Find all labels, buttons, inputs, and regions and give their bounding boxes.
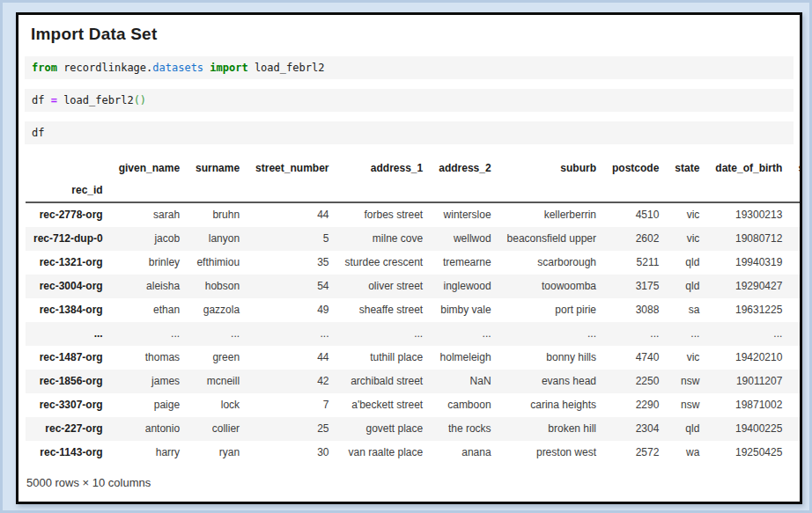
code-cell-load[interactable]: df = load_febrl2() (25, 89, 794, 112)
column-header: given_name (111, 154, 188, 181)
table-cell: vic (667, 346, 707, 370)
table-cell: 2304 (604, 417, 667, 441)
table-row: rec-1384-orgethangazzola49sheaffe street… (26, 298, 802, 322)
table-cell: 49 (247, 298, 336, 322)
row-index: rec-1487-org (26, 346, 111, 370)
table-cell: ... (499, 322, 604, 346)
table-cell: port pirie (499, 298, 604, 322)
table-cell: gazzola (188, 298, 247, 322)
table-row: rec-1143-orgharryryan30van raalte placea… (26, 441, 802, 465)
table-cell: antonio (111, 417, 188, 441)
column-header: soc_sec_id (790, 154, 802, 181)
table-cell: ryan (188, 441, 247, 465)
table-row: ................................. (26, 322, 802, 346)
table-cell: 4740 (604, 346, 667, 370)
column-header: surname (188, 154, 247, 181)
table-row: rec-712-dup-0jacoblanyon5milne covewellw… (26, 227, 802, 251)
column-header: address_1 (336, 154, 431, 181)
column-header-row: given_namesurnamestreet_numberaddress_1a… (26, 154, 802, 181)
dataframe-dimensions: 5000 rows × 10 columns (26, 476, 794, 489)
row-index: rec-1143-org (26, 441, 111, 465)
table-cell: aleisha (111, 275, 188, 298)
table-cell: 19011207 (707, 370, 790, 393)
table-cell: efthimiou (188, 251, 247, 275)
index-name-header: rec_id (26, 181, 111, 202)
table-cell: 3973395 (790, 417, 802, 441)
blank-header-cell (336, 181, 431, 202)
table-row: rec-1321-orgbrinleyefthimiou35sturdee cr… (26, 251, 802, 275)
table-cell: 5142242 (790, 393, 802, 417)
table-cell: lanyon (188, 227, 247, 251)
table-cell: 9497788 (790, 227, 802, 251)
row-index: rec-712-dup-0 (26, 227, 111, 251)
table-cell: inglewood (431, 275, 498, 298)
table-cell: 6392122 (790, 441, 802, 465)
table-cell: 9334580 (790, 346, 802, 370)
dataframe-table: given_namesurnamestreet_numberaddress_1a… (26, 154, 802, 465)
table-cell: 3088 (604, 298, 667, 322)
table-cell: harry (111, 441, 188, 465)
column-header: suburb (499, 154, 604, 181)
blank-corner-cell (26, 154, 111, 181)
code-cell-display[interactable]: df (25, 121, 794, 144)
row-index: ... (26, 322, 111, 346)
table-cell: ... (431, 322, 498, 346)
table-row: rec-3307-orgpaigelock7a'beckett streetca… (26, 393, 802, 417)
table-cell: vic (667, 202, 707, 227)
row-index: rec-1384-org (26, 298, 111, 322)
row-index: rec-2778-org (26, 202, 111, 227)
table-cell: 19400225 (707, 417, 790, 441)
table-cell: 4510 (604, 202, 667, 227)
row-index: rec-227-org (26, 417, 111, 441)
code-token-kw: from (32, 62, 57, 74)
desktop-background: Import Data Set from recordlinkage.datas… (0, 0, 812, 513)
code-token-pl: df (32, 94, 51, 106)
code-cell-import[interactable]: from recordlinkage.datasets import load_… (25, 56, 794, 79)
table-row: rec-227-organtoniocollier25govett placet… (26, 417, 802, 441)
table-cell: preston west (499, 441, 604, 465)
blank-header-cell (247, 181, 336, 202)
blank-header-cell (188, 181, 247, 202)
table-cell: qld (667, 251, 707, 275)
table-cell: 25 (247, 417, 336, 441)
table-cell: govett place (336, 417, 431, 441)
table-cell: 5967384 (790, 275, 802, 298)
code-token-prop: datasets (152, 62, 203, 74)
notebook-card: Import Data Set from recordlinkage.datas… (16, 12, 802, 504)
code-token-paren: () (134, 94, 146, 106)
row-index: rec-3004-org (26, 275, 111, 298)
table-cell: 4837378 (790, 370, 802, 393)
code-token-pl: load_febrl2 (57, 94, 134, 106)
table-cell: 19250425 (707, 441, 790, 465)
table-cell: sturdee crescent (336, 251, 431, 275)
table-cell: hobson (188, 275, 247, 298)
table-cell: archibald street (336, 370, 431, 393)
table-cell: bruhn (188, 202, 247, 227)
column-header: date_of_birth (707, 154, 790, 181)
table-cell: ... (667, 322, 707, 346)
blank-header-cell (431, 181, 498, 202)
table-cell: mcneill (188, 370, 247, 393)
blank-header-cell (790, 181, 802, 202)
table-cell: 35 (247, 251, 336, 275)
table-row: rec-1487-orgthomasgreen44tuthill placeho… (26, 346, 802, 370)
table-cell: sheaffe street (336, 298, 431, 322)
table-cell: evans head (499, 370, 604, 393)
blank-header-cell (499, 181, 604, 202)
table-cell: 54 (247, 275, 336, 298)
table-cell: jacob (111, 227, 188, 251)
table-cell: thomas (111, 346, 188, 370)
table-cell: carina heights (499, 393, 604, 417)
table-cell: NaN (431, 370, 498, 393)
code-token-pl: load_febrl2 (248, 62, 325, 74)
blank-header-cell (667, 181, 707, 202)
table-row: rec-1856-orgjamesmcneill42archibald stre… (26, 370, 802, 393)
table-cell: collier (188, 417, 247, 441)
table-cell: 42 (247, 370, 336, 393)
table-cell: ... (604, 322, 667, 346)
blank-header-cell (111, 181, 188, 202)
code-token-pl: df (32, 127, 44, 139)
table-row: rec-3004-orgaleishahobson54oliver street… (26, 275, 802, 298)
table-cell: holmeleigh (431, 346, 498, 370)
table-cell: scarborough (499, 251, 604, 275)
